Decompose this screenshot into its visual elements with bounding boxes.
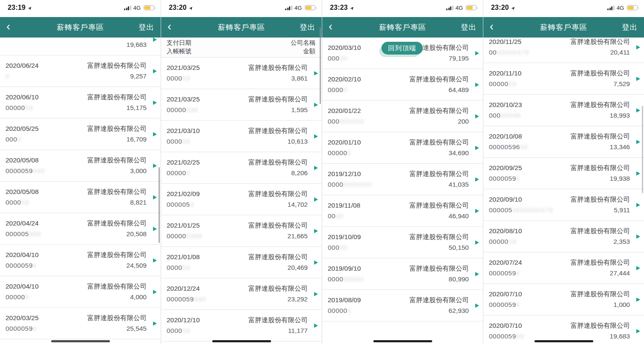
scrollbar[interactable]: [642, 106, 643, 193]
table-row[interactable]: 2019/12/10 00000000000 富胖達股份有限公司 41,035: [322, 164, 483, 195]
chevron-right-icon: [636, 266, 640, 270]
pay-date: 2020/04/10: [6, 281, 39, 292]
table-row[interactable]: 2020/05/25 0000 富胖達股份有限公司 16,709: [0, 119, 161, 150]
account-number: 0000059660: [489, 142, 528, 152]
company-name: 富胖達股份有限公司: [571, 99, 630, 110]
home-indicator[interactable]: [534, 340, 593, 342]
table-row[interactable]: 2021/03/25 00000596 富胖達股份有限公司 1,595: [161, 89, 322, 121]
chevron-right-icon: [636, 140, 640, 144]
table-row[interactable]: 2020/01/10 000000 富胖達股份有限公司 34,690: [322, 132, 483, 164]
table-row[interactable]: 2020/09/10 0000059660000478 富胖達股份有限公司 5,…: [483, 189, 644, 221]
account-number: 000005986: [6, 228, 41, 239]
table-row[interactable]: 2020/11/25 0000000478 富胖達股份有限公司 20,411: [483, 38, 644, 63]
table-row[interactable]: 2020/11/10 0000059 富胖達股份有限公司 7,529: [483, 63, 644, 95]
account-number: 0000: [328, 211, 360, 221]
amount: 19,683: [87, 39, 147, 50]
chevron-right-icon: [153, 258, 157, 263]
table-row[interactable]: 2020/07/10 00000596 富胖達股份有限公司 1,000: [483, 284, 644, 315]
account-number: 000059: [167, 262, 200, 273]
table-row[interactable]: 2020/10/08 0000059660 富胖達股份有限公司 13,346: [483, 126, 644, 158]
table-row[interactable]: 2020/04/10 000005 富胖達股份有限公司 4,000: [0, 276, 161, 308]
table-row[interactable]: 2020/12/10 000059 富胖達股份有限公司 11,177: [161, 310, 322, 341]
account-number: 0000000478: [489, 47, 529, 58]
table-row[interactable]: 2021/02/09 0000059 富胖達股份有限公司 14,702: [161, 184, 322, 215]
table-row[interactable]: 2020/06/10 0000059 富胖達股份有限公司 15,175: [0, 87, 161, 119]
logout-button[interactable]: 登出: [300, 22, 315, 32]
table-row[interactable]: 2021/01/08 000059 富胖達股份有限公司 20,469: [161, 247, 322, 278]
network-type: 4G: [295, 5, 302, 11]
company-name: 富胖達股份有限公司: [571, 68, 630, 78]
nav-bar: ‹ 薪轉客戶專區 登出: [483, 17, 644, 38]
table-row[interactable]: 2019/10/09 00000 富胖達股份有限公司 50,150: [322, 227, 483, 258]
phone-screen-2: 23:20 ➤ 4G ‹ 薪轉客戶專區 登出 支付日期 入帳帳號 公司名稱 金額: [161, 0, 322, 344]
chevron-right-icon: [636, 77, 640, 81]
table-row[interactable]: 2020/05/08 000059 富胖達股份有限公司 8,821: [0, 182, 161, 213]
account-number: 0000059: [489, 78, 521, 89]
table-row[interactable]: 2020/07/24 00000596 富胖達股份有限公司 27,444: [483, 252, 644, 284]
account-number: 000005966: [489, 331, 524, 341]
company-name: 富胖達股份有限公司: [571, 131, 630, 142]
chevron-right-icon: [475, 114, 479, 119]
pay-date: 2020/09/10: [489, 194, 553, 205]
page-title: 薪轉客戶專區: [322, 22, 483, 32]
table-row[interactable]: 2021/03/10 000009 富胖達股份有限公司 10,613: [161, 121, 322, 152]
rows-container-1: 2020/06/24 0 富胖達股份有限公司 9,257 2020/06/10: [0, 55, 161, 339]
account-number: 00000059: [6, 38, 37, 39]
pay-date: 2019/11/08: [328, 200, 360, 211]
amount: 20,469: [248, 262, 308, 273]
scrollbar[interactable]: [320, 27, 321, 104]
company-name: 富胖達股份有限公司: [87, 249, 147, 260]
scrollbar[interactable]: [159, 167, 160, 243]
pay-date: 2020/09/25: [489, 162, 522, 173]
table-row[interactable]: 2019/09/10 000059660 富胖達股份有限公司 80,990: [322, 258, 483, 290]
transaction-list: 2020/11/25 0000000478 富胖達股份有限公司 20,411 2…: [483, 38, 644, 344]
table-row[interactable]: 2020/02/10 00000 富胖達股份有限公司 64,489: [322, 69, 483, 101]
company-name: 富胖達股份有限公司: [248, 62, 308, 73]
table-row[interactable]: 2020/08/10 0000059 富胖達股份有限公司 2,353: [483, 221, 644, 252]
table-row[interactable]: 2020/05/08 0000059660 富胖達股份有限公司 3,000: [0, 150, 161, 182]
table-row[interactable]: 2020/12/24 0000059660 富胖達股份有限公司 23,292: [161, 278, 322, 310]
col-account: 入帳帳號: [167, 47, 191, 55]
amount: 9,257: [87, 71, 147, 81]
logout-button[interactable]: 登出: [139, 22, 154, 32]
chevron-right-icon: [314, 197, 318, 202]
amount: 3,000: [87, 165, 147, 176]
chevron-right-icon: [153, 321, 157, 326]
table-row[interactable]: 2020/03/25 00000596 富胖達股份有限公司 25,545: [0, 308, 161, 339]
account-number: 000059660: [328, 274, 364, 284]
back-to-top-button[interactable]: 回到頂端: [381, 42, 423, 55]
status-bar: 23:20 ➤ 4G: [161, 0, 322, 17]
company-name: 富胖達股份有限公司: [248, 94, 308, 104]
table-row[interactable]: 2021/03/25 000059 富胖達股份有限公司 3,861: [161, 58, 322, 89]
chevron-right-icon: [153, 227, 157, 231]
table-row[interactable]: 2020/06/24 0 富胖達股份有限公司 9,257: [0, 55, 161, 87]
logout-button[interactable]: 登出: [622, 22, 638, 32]
table-row[interactable]: 2019/08/09 000005 富胖達股份有限公司 62,930: [322, 290, 483, 321]
table-row[interactable]: 2021/02/25 000005 富胖達股份有限公司 8,206: [161, 152, 322, 184]
company-name: 富胖達股份有限公司: [248, 125, 308, 136]
table-row[interactable]: 2021/01/25 000005966 富胖達股份有限公司 21,665: [161, 215, 322, 247]
home-indicator[interactable]: [51, 340, 110, 342]
table-row[interactable]: 2020/01/22 000000000 富胖達股份有限公司 200: [322, 101, 483, 132]
table-row[interactable]: 2020/10/23 00000596 富胖達股份有限公司 18,993: [483, 95, 644, 126]
chevron-right-icon: [314, 260, 318, 265]
pay-date: 2020/01/10: [328, 137, 361, 147]
nav-bar: ‹ 薪轉客戶專區 登出: [161, 17, 322, 38]
pay-date: 2020/12/10: [167, 315, 200, 325]
table-row[interactable]: 2019/11/08 0000 富胖達股份有限公司 46,940: [322, 195, 483, 227]
table-row[interactable]: 2020/04/10 00000596 富胖達股份有限公司 24,509: [0, 245, 161, 276]
table-row[interactable]: 2020/07/10 000005966 富胖達股份有限公司 19,683: [483, 315, 644, 344]
table-row[interactable]: 2020/09/25 00000596 富胖達股份有限公司 19,938: [483, 158, 644, 189]
home-indicator[interactable]: [373, 340, 432, 342]
chevron-right-icon: [153, 195, 157, 199]
phone-screen-3: 23:23 ➤ 4G ‹ 薪轉客戶專區 登出 回到頂端 2020/03/10: [322, 0, 483, 344]
chevron-right-icon: [314, 324, 318, 328]
pay-date: 2020/06/24: [6, 60, 39, 71]
chevron-right-icon: [475, 177, 479, 182]
table-row-partial[interactable]: 00000059 富胖達股份有限公司 19,683: [0, 38, 161, 55]
logout-button[interactable]: 登出: [461, 22, 477, 32]
table-row[interactable]: 2020/04/24 000005986 富胖達股份有限公司 20,508: [0, 213, 161, 245]
clock: 23:19: [8, 4, 26, 12]
chevron-right-icon: [636, 171, 640, 176]
home-indicator[interactable]: [212, 340, 271, 342]
